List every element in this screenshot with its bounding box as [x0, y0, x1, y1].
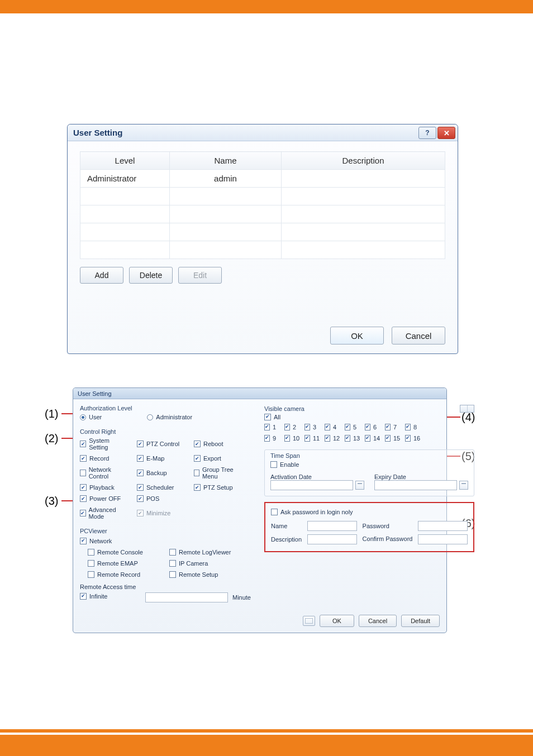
pcviewer-item-check[interactable]: Remote Console: [88, 549, 159, 556]
minute-input[interactable]: [145, 592, 228, 602]
control-right-label: Reboot: [203, 441, 223, 447]
ask-password-check[interactable]: Ask password in login noly: [271, 509, 353, 515]
control-right-check[interactable]: E-Map: [137, 455, 184, 462]
pcviewer-item-label: Remote EMAP: [97, 560, 138, 567]
cell-level: Administrator: [80, 170, 170, 188]
camera-page-spinner[interactable]: [460, 405, 474, 413]
pcviewer-item-label: Remote Setup: [179, 571, 218, 578]
pcviewer-network-check[interactable]: Network: [80, 538, 112, 544]
cell-name: admin: [170, 170, 282, 188]
control-right-check[interactable]: Minimize: [137, 506, 184, 520]
camera-check[interactable]: 6: [365, 424, 375, 430]
calendar-icon[interactable]: [459, 481, 468, 490]
checkbox-icon: [137, 441, 144, 447]
help-button[interactable]: ?: [418, 127, 436, 139]
camera-check[interactable]: 8: [405, 424, 415, 430]
control-right-check[interactable]: Export: [194, 455, 241, 462]
table-row[interactable]: [80, 205, 445, 223]
cred-name-label: Name: [271, 523, 302, 529]
col-description[interactable]: Description: [282, 152, 445, 170]
expiry-date-label: Expiry Date: [374, 473, 468, 480]
infinite-check[interactable]: Infinite: [80, 593, 107, 600]
camera-check[interactable]: 7: [385, 424, 395, 430]
calendar-icon[interactable]: [355, 481, 364, 490]
col-name[interactable]: Name: [170, 152, 282, 170]
detail-default-button[interactable]: Default: [401, 615, 440, 627]
control-right-check[interactable]: Group Tree Menu: [194, 466, 241, 480]
control-right-check[interactable]: Record: [80, 455, 127, 462]
delete-button[interactable]: Delete: [129, 267, 173, 284]
cancel-button[interactable]: Cancel: [392, 327, 445, 344]
pcviewer-network-label: Network: [89, 538, 112, 544]
control-right-check[interactable]: Reboot: [194, 437, 241, 451]
control-right-check[interactable]: PTZ Setup: [194, 484, 241, 491]
camera-check[interactable]: 9: [264, 435, 274, 442]
cred-description-input[interactable]: [307, 534, 357, 544]
control-right-check[interactable]: PTZ Control: [137, 437, 184, 451]
timespan-enable-check[interactable]: Enable: [270, 461, 299, 468]
camera-check[interactable]: 10: [284, 435, 294, 442]
camera-check[interactable]: 5: [345, 424, 355, 430]
control-right-check[interactable]: Power OFF: [80, 495, 127, 502]
detail-cancel-button[interactable]: Cancel: [359, 615, 397, 627]
edit-button[interactable]: Edit: [178, 267, 222, 284]
checkbox-icon: [88, 571, 94, 578]
camera-check[interactable]: 14: [365, 435, 375, 442]
annotation-3: (3): [45, 495, 58, 508]
control-right-check[interactable]: Playback: [80, 484, 127, 491]
table-row[interactable]: [80, 241, 445, 259]
add-button[interactable]: Add: [80, 267, 123, 284]
close-button[interactable]: ✕: [437, 127, 455, 139]
control-right-label: Power OFF: [89, 495, 121, 502]
camera-check[interactable]: 3: [304, 424, 315, 430]
camera-check[interactable]: 1: [264, 424, 274, 430]
pcviewer-item-check[interactable]: Remote Record: [88, 571, 159, 578]
auth-user-radio[interactable]: User: [80, 414, 102, 420]
camera-all-check[interactable]: All: [264, 414, 280, 420]
detail-ok-button[interactable]: OK: [320, 615, 354, 627]
control-right-label: Advanced Mode: [89, 506, 127, 520]
table-row[interactable]: Administrator admin: [80, 170, 445, 188]
cred-password-input[interactable]: [418, 521, 468, 531]
control-right-label: System Setting: [89, 437, 127, 451]
table-row[interactable]: [80, 223, 445, 241]
camera-number: 1: [273, 424, 276, 430]
control-right-label: Scheduler: [146, 484, 174, 491]
camera-check[interactable]: 2: [284, 424, 294, 430]
table-row[interactable]: [80, 188, 445, 205]
control-right-check[interactable]: POS: [137, 495, 184, 502]
checkbox-icon: [137, 455, 144, 462]
control-right-label: Backup: [146, 470, 167, 476]
keyboard-icon[interactable]: [303, 616, 315, 626]
pcviewer-label: PCViewer: [80, 528, 251, 534]
control-right-check[interactable]: Advanced Mode: [80, 506, 127, 520]
col-level[interactable]: Level: [80, 152, 170, 170]
camera-check[interactable]: 13: [345, 435, 355, 442]
camera-check[interactable]: 11: [304, 435, 315, 442]
pcviewer-item-check[interactable]: IP Camera: [169, 560, 241, 567]
checkbox-icon: [405, 424, 411, 430]
ok-button[interactable]: OK: [330, 327, 384, 344]
camera-all-label: All: [274, 414, 280, 420]
auth-admin-radio[interactable]: Administrator: [147, 414, 192, 420]
pcviewer-item-check[interactable]: Remote Setup: [169, 571, 241, 578]
control-right-check[interactable]: Scheduler: [137, 484, 184, 491]
pcviewer-item-check[interactable]: Remote LogViewer: [169, 549, 241, 556]
infinite-label: Infinite: [89, 593, 107, 600]
camera-check[interactable]: 12: [325, 435, 335, 442]
cred-confirm-input[interactable]: [418, 534, 468, 544]
cred-name-input[interactable]: [307, 521, 357, 531]
control-right-label: Playback: [89, 484, 115, 491]
control-right-check[interactable]: System Setting: [80, 437, 127, 451]
pcviewer-item-check[interactable]: Remote EMAP: [88, 560, 159, 567]
camera-check[interactable]: 15: [385, 435, 395, 442]
camera-check[interactable]: 4: [325, 424, 335, 430]
camera-check[interactable]: 16: [405, 435, 415, 442]
activation-date-input[interactable]: [270, 480, 353, 490]
checkbox-icon: [284, 424, 290, 430]
expiry-date-input[interactable]: [374, 480, 457, 490]
control-right-check[interactable]: Backup: [137, 466, 184, 480]
control-right-check[interactable]: Network Control: [80, 466, 127, 480]
remote-access-time-label: Remote Access time: [80, 583, 251, 590]
pcviewer-item-label: Remote LogViewer: [179, 549, 231, 556]
